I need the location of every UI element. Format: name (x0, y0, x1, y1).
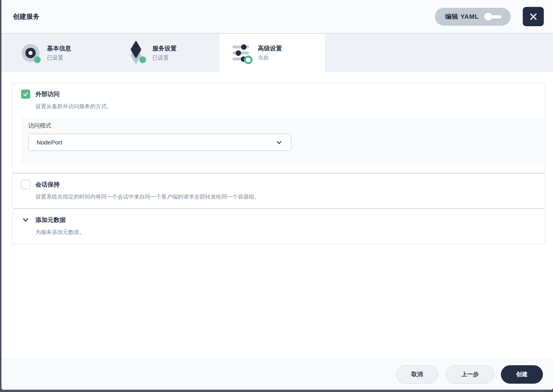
sliders-icon (232, 44, 250, 62)
chevron-down-icon (275, 139, 283, 146)
step-status: 已设置 (152, 54, 177, 62)
metadata-description: 为服务添加元数据。 (35, 229, 539, 236)
metadata-title: 添加元数据 (35, 216, 66, 224)
session-persistence-header: 会话保持 (21, 180, 539, 189)
step-current-badge (244, 56, 253, 64)
step-status: 当前 (258, 54, 282, 62)
external-access-title: 外部访问 (35, 90, 60, 98)
step-done-badge (139, 56, 146, 63)
toggle-knob (484, 13, 492, 21)
step-text: 高级设置 当前 (258, 44, 282, 62)
tab-advanced-settings[interactable]: 高级设置 当前 (219, 34, 325, 72)
session-persistence-card: 会话保持 设置系统在指定的时间内将同一个会话中来自同一个客户端的请求全部转发给同… (12, 173, 545, 209)
step-title: 基本信息 (47, 44, 71, 52)
edit-yaml-toggle[interactable]: 编辑 YAML (435, 8, 511, 26)
external-access-header: 外部访问 (21, 90, 539, 99)
access-mode-select[interactable]: NodePort (28, 134, 291, 151)
step-title: 高级设置 (258, 44, 282, 52)
external-access-card: 外部访问 设置从集群外访问服务的方式。 访问模式 NodePort (12, 83, 545, 173)
header-actions: 编辑 YAML (435, 7, 544, 26)
modal-header: 创建服务 编辑 YAML (1, 0, 553, 34)
external-access-description: 设置从集群外访问服务的方式。 (35, 103, 539, 110)
metadata-header: 添加元数据 (21, 215, 539, 224)
tab-basic-info[interactable]: 基本信息 已设置 (9, 34, 114, 72)
step-text: 服务设置 已设置 (152, 44, 177, 62)
session-persistence-title: 会话保持 (35, 180, 60, 189)
metadata-card: 添加元数据 为服务添加元数据。 (12, 209, 545, 244)
previous-step-button[interactable]: 上一步 (446, 365, 495, 384)
advanced-settings-panel: 外部访问 设置从集群外访问服务的方式。 访问模式 NodePort (1, 72, 553, 359)
create-service-modal: 创建服务 编辑 YAML (1, 0, 553, 390)
layers-icon (127, 44, 145, 62)
edit-yaml-label: 编辑 YAML (445, 12, 479, 21)
session-persistence-description: 设置系统在指定的时间内将同一个会话中来自同一个客户端的请求全部转发给同一个容器组… (35, 193, 539, 201)
step-done-badge (34, 56, 41, 63)
toggle-switch-icon[interactable] (484, 13, 503, 21)
create-button[interactable]: 创建 (501, 365, 543, 384)
external-access-checkbox[interactable] (21, 90, 30, 99)
step-text: 基本信息 已设置 (47, 44, 71, 62)
access-mode-label: 访问模式 (28, 122, 543, 130)
step-status: 已设置 (47, 54, 71, 62)
chevron-down-icon (22, 216, 30, 224)
steps-bar: 基本信息 已设置 服务设置 已设置 (1, 34, 553, 72)
check-icon (22, 91, 29, 97)
close-icon (528, 12, 539, 22)
cancel-button[interactable]: 取消 (396, 365, 438, 384)
page-title: 创建服务 (13, 12, 39, 21)
modal-footer: 取消 上一步 创建 (1, 359, 553, 390)
metadata-collapse-toggle[interactable] (21, 215, 30, 224)
pod-icon (22, 44, 39, 62)
session-persistence-checkbox[interactable] (21, 180, 30, 189)
close-button[interactable] (523, 7, 544, 26)
access-mode-value: NodePort (37, 139, 62, 146)
step-title: 服务设置 (152, 44, 177, 52)
access-mode-panel: 访问模式 NodePort (21, 117, 543, 165)
tab-service-settings[interactable]: 服务设置 已设置 (114, 34, 219, 72)
